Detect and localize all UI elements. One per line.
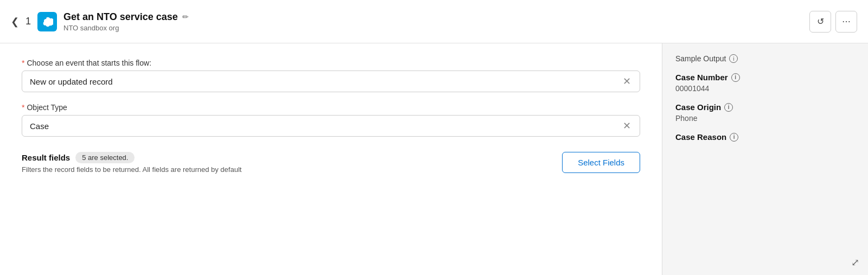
result-fields-left: Result fields 5 are selected. Filters th… (22, 152, 241, 174)
object-clear-button[interactable]: ✕ (622, 121, 632, 131)
object-input[interactable]: Case ✕ (22, 115, 640, 137)
event-field-group: *Choose an event that starts this flow: … (22, 59, 640, 92)
step-number: 1 (25, 16, 31, 27)
output-field-case-number: Case Number i 00001044 (675, 73, 855, 93)
case-number-label: Case Number (675, 73, 728, 82)
more-icon: ⋯ (842, 16, 851, 27)
case-reason-label: Case Reason (675, 132, 726, 142)
event-required-star: * (22, 59, 24, 67)
object-label: *Object Type (22, 103, 640, 112)
event-input[interactable]: New or updated record ✕ (22, 71, 640, 92)
result-fields-title-row: Result fields 5 are selected. (22, 152, 241, 163)
output-field-case-origin: Case Origin i Phone (675, 103, 855, 123)
case-reason-info-icon[interactable]: i (730, 133, 738, 142)
header-bar: ❮ 1 Get an NTO service case ✏ NTO sandbo… (0, 0, 868, 43)
edit-icon[interactable]: ✏ (182, 12, 189, 21)
header-right: ↺ ⋯ (809, 11, 857, 33)
header-title-row: Get an NTO service case ✏ (63, 11, 189, 23)
case-origin-label: Case Origin (675, 103, 721, 112)
result-fields-label: Result fields (22, 153, 70, 162)
header-subtitle: NTO sandbox org (63, 24, 189, 32)
title-block: Get an NTO service case ✏ NTO sandbox or… (63, 11, 189, 32)
refresh-icon: ↺ (817, 16, 824, 27)
sample-output-title: Sample Output (675, 54, 726, 63)
event-value: New or updated record (30, 77, 622, 86)
right-panel: Sample Output i Case Number i 00001044 C… (662, 43, 868, 275)
expand-icon[interactable]: ⤢ (851, 257, 859, 268)
case-number-info-icon[interactable]: i (731, 73, 740, 82)
sample-output-header: Sample Output i (675, 54, 855, 63)
header-title-text: Get an NTO service case (63, 11, 178, 23)
result-fields-description: Filters the record fields to be returned… (22, 165, 241, 174)
header-left: ❮ 1 Get an NTO service case ✏ NTO sandbo… (11, 11, 189, 32)
case-number-value: 00001044 (675, 84, 855, 93)
case-origin-value: Phone (675, 114, 855, 123)
case-reason-label-row: Case Reason i (675, 132, 855, 142)
left-panel: *Choose an event that starts this flow: … (0, 43, 662, 275)
object-value: Case (30, 121, 622, 131)
case-number-label-row: Case Number i (675, 73, 855, 82)
select-fields-button[interactable]: Select Fields (562, 152, 640, 173)
object-required-star: * (22, 103, 24, 112)
case-origin-info-icon[interactable]: i (724, 103, 733, 112)
object-type-field-group: *Object Type Case ✕ (22, 103, 640, 137)
refresh-button[interactable]: ↺ (809, 11, 831, 33)
event-label: *Choose an event that starts this flow: (22, 59, 640, 67)
case-origin-label-row: Case Origin i (675, 103, 855, 112)
more-button[interactable]: ⋯ (835, 11, 857, 33)
salesforce-logo (37, 12, 57, 31)
sample-output-info-icon[interactable]: i (729, 54, 738, 63)
event-clear-button[interactable]: ✕ (622, 76, 632, 86)
output-field-case-reason: Case Reason i (675, 132, 855, 144)
collapse-icon[interactable]: ❮ (11, 16, 19, 28)
main-content: *Choose an event that starts this flow: … (0, 43, 868, 275)
result-fields-badge: 5 are selected. (75, 152, 135, 163)
result-fields-row: Result fields 5 are selected. Filters th… (22, 152, 640, 174)
